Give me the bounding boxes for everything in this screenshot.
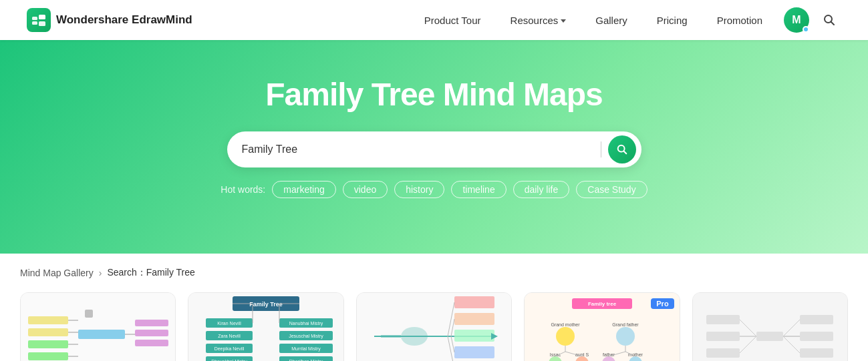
- header-right: M: [784, 7, 841, 33]
- svg-rect-8: [28, 316, 68, 324]
- header: Wondershare EdrawMind Product Tour Resou…: [0, 0, 868, 40]
- svg-rect-46: [454, 313, 494, 325]
- svg-rect-90: [706, 348, 740, 358]
- main-nav: Product Tour Resources Gallery Pricing P…: [410, 0, 777, 40]
- svg-line-7: [623, 151, 626, 153]
- main-content: Mind Map Gallery › Search：Family Tree: [0, 254, 868, 361]
- svg-text:Grand mother: Grand mother: [551, 322, 580, 327]
- svg-point-61: [556, 327, 575, 346]
- hero-section: Family Tree Mind Maps Hot words: marketi…: [0, 40, 868, 254]
- svg-point-69: [602, 356, 615, 361]
- svg-rect-19: [135, 330, 168, 336]
- svg-rect-2: [39, 15, 45, 19]
- search-divider: [601, 141, 601, 157]
- svg-rect-11: [28, 352, 68, 360]
- search-input[interactable]: [242, 143, 594, 155]
- card-thumbnail: Pro Family tree Grand mother Grand fathe…: [525, 293, 679, 361]
- avatar[interactable]: M: [784, 7, 809, 33]
- svg-line-86: [740, 320, 756, 336]
- svg-text:Deepika Nevill: Deepika Nevill: [214, 346, 245, 352]
- chevron-down-icon: [561, 19, 566, 23]
- card-thumbnail: [357, 293, 511, 361]
- card-thumbnail: Family Tree Kiran Nevill Zara Nevill Dee…: [188, 293, 343, 361]
- svg-rect-79: [756, 332, 783, 341]
- card-family-tree-color[interactable]: Pro Family tree Grand mother Grand fathe…: [524, 292, 680, 361]
- svg-rect-18: [135, 320, 168, 326]
- hot-tag-marketing[interactable]: marketing: [272, 181, 335, 198]
- logo-icon: [27, 8, 51, 32]
- card-kennedy-family-tree[interactable]: Kennedy Family Tree: [20, 292, 176, 361]
- card-thumbnail: [21, 293, 175, 361]
- svg-point-71: [629, 356, 642, 361]
- svg-point-67: [575, 356, 589, 361]
- hero-title: Family Tree Mind Maps: [265, 76, 602, 113]
- logo-text: Wondershare EdrawMind: [56, 13, 192, 27]
- pro-badge: Pro: [651, 298, 674, 309]
- svg-rect-3: [39, 21, 45, 26]
- hot-tag-timeline[interactable]: timeline: [451, 181, 506, 198]
- hot-words: Hot words: marketing video history timel…: [221, 181, 647, 198]
- svg-rect-84: [800, 332, 833, 341]
- svg-line-82: [783, 336, 800, 353]
- hot-tag-case-study[interactable]: Case Study: [576, 181, 647, 198]
- svg-rect-16: [78, 330, 125, 339]
- hot-tag-video[interactable]: video: [343, 181, 388, 198]
- svg-rect-0: [32, 17, 37, 20]
- svg-text:Zara Nevill: Zara Nevill: [218, 334, 241, 338]
- svg-line-5: [831, 22, 835, 25]
- svg-line-80: [783, 320, 800, 336]
- cards-grid: Kennedy Family Tree Family Tree Kiran Ne…: [20, 292, 848, 361]
- breadcrumb: Mind Map Gallery › Search：Family Tree: [20, 267, 848, 279]
- svg-point-56: [401, 327, 428, 346]
- svg-text:Nanubhai Mistry: Nanubhai Mistry: [289, 321, 323, 326]
- svg-rect-83: [800, 315, 833, 324]
- search-button[interactable]: [608, 135, 636, 163]
- svg-text:Family tree: Family tree: [588, 301, 617, 307]
- nav-resources[interactable]: Resources: [496, 0, 581, 40]
- svg-line-87: [740, 336, 756, 353]
- hot-tag-daily-life[interactable]: daily life: [513, 181, 570, 198]
- svg-text:Murrilal Mistry: Murrilal Mistry: [291, 346, 321, 352]
- avatar-status-dot: [803, 26, 809, 33]
- svg-rect-88: [706, 315, 740, 324]
- svg-rect-48: [454, 346, 494, 358]
- svg-text:Kiran Nevill: Kiran Nevill: [217, 321, 241, 326]
- nav-gallery[interactable]: Gallery: [581, 0, 642, 40]
- svg-rect-1: [32, 21, 37, 25]
- svg-text:mother: mother: [628, 352, 643, 357]
- svg-rect-21: [85, 310, 93, 318]
- nav-pricing[interactable]: Pricing: [642, 0, 702, 40]
- svg-text:Family Tree: Family Tree: [249, 301, 283, 308]
- svg-text:Jesuschal Mistry: Jesuschal Mistry: [289, 334, 323, 339]
- svg-text:aunt S: aunt S: [575, 352, 589, 357]
- svg-rect-20: [135, 340, 168, 346]
- svg-rect-9: [28, 328, 68, 336]
- svg-point-65: [549, 356, 562, 361]
- svg-rect-47: [454, 330, 494, 342]
- svg-line-50: [448, 302, 454, 336]
- svg-line-53: [451, 336, 454, 352]
- svg-rect-45: [454, 296, 494, 308]
- breadcrumb-home[interactable]: Mind Map Gallery: [20, 268, 94, 278]
- breadcrumb-separator: ›: [99, 268, 102, 278]
- nav-product-tour[interactable]: Product Tour: [410, 0, 496, 40]
- nav-promotion[interactable]: Promotion: [702, 0, 777, 40]
- logo[interactable]: Wondershare EdrawMind: [27, 8, 192, 32]
- hot-words-label: Hot words:: [221, 184, 265, 195]
- svg-point-63: [616, 327, 635, 346]
- card-applied-family-tree[interactable]: Applied Family Tree: [692, 292, 848, 361]
- card-family-tree-dark[interactable]: Family Tree Kiran Nevill Zara Nevill Dee…: [188, 292, 343, 361]
- hot-tag-history[interactable]: history: [394, 181, 444, 198]
- header-search-button[interactable]: [817, 8, 841, 32]
- svg-line-51: [451, 319, 454, 336]
- card-thumbnail: [693, 293, 847, 361]
- svg-text:Grand father: Grand father: [612, 322, 639, 327]
- svg-rect-89: [706, 332, 740, 341]
- breadcrumb-current: Search：Family Tree: [107, 267, 194, 279]
- card-fishbone[interactable]: [356, 292, 512, 361]
- svg-rect-85: [800, 348, 833, 358]
- svg-rect-10: [28, 340, 68, 348]
- search-bar: [227, 131, 641, 167]
